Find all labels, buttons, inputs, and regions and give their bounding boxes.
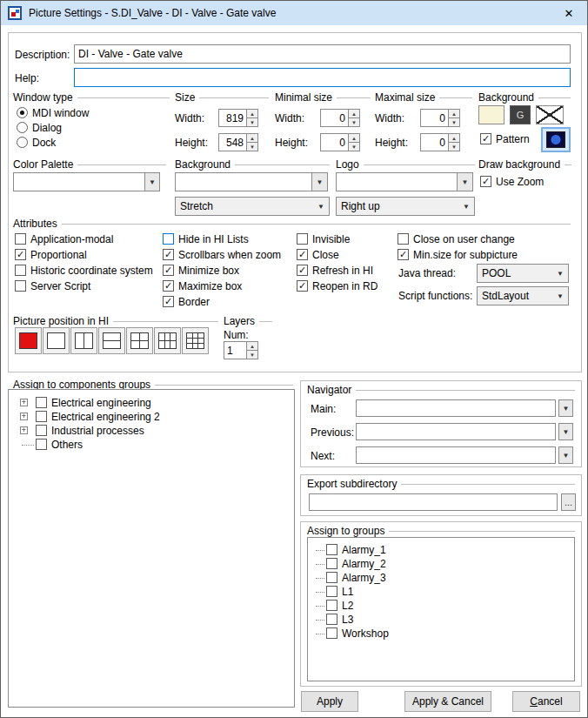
maxsize-height-input[interactable] bbox=[420, 133, 448, 151]
use-zoom-checkbox[interactable]: ✓ bbox=[480, 176, 491, 187]
background-image-dropdown-button[interactable]: ▼ bbox=[311, 172, 328, 191]
script-functions-combo[interactable]: StdLayout ▼ bbox=[477, 286, 569, 305]
use-zoom-label: Use Zoom bbox=[496, 176, 544, 188]
size-width-input[interactable] bbox=[218, 109, 246, 127]
spin-down-icon[interactable]: ▼ bbox=[348, 143, 360, 151]
apply-button[interactable]: Apply bbox=[301, 691, 358, 712]
logo-dropdown-button[interactable]: ▼ bbox=[457, 172, 473, 191]
tree-item-checkbox[interactable] bbox=[36, 425, 47, 436]
logo-input[interactable] bbox=[336, 172, 458, 191]
position-button-horizontal-halves[interactable] bbox=[98, 327, 125, 354]
group-checkbox[interactable] bbox=[326, 614, 337, 625]
background-color-swatch[interactable] bbox=[478, 105, 504, 124]
position-button-vertical-halves[interactable] bbox=[70, 327, 97, 354]
proportional-checkbox[interactable]: ✓ bbox=[15, 249, 26, 260]
section-attributes: Attributes bbox=[13, 218, 571, 230]
group-checkbox[interactable] bbox=[326, 586, 337, 597]
maximize-box-checkbox[interactable]: ✓ bbox=[163, 280, 174, 292]
position-full-icon bbox=[47, 332, 65, 349]
layers-num-input[interactable] bbox=[224, 341, 246, 359]
export-subdirectory-input[interactable] bbox=[309, 493, 558, 511]
group-checkbox[interactable] bbox=[326, 627, 337, 639]
spin-up-icon[interactable]: ▲ bbox=[246, 341, 258, 351]
tree-item-checkbox[interactable] bbox=[36, 439, 47, 450]
spin-down-icon[interactable]: ▼ bbox=[448, 118, 460, 127]
minsize-height-input[interactable] bbox=[320, 133, 348, 151]
refresh-in-hi-checkbox[interactable]: ✓ bbox=[297, 265, 308, 276]
navigator-main-dropdown-button[interactable]: ▼ bbox=[558, 399, 573, 417]
server-script-checkbox[interactable] bbox=[15, 280, 26, 292]
export-subdirectory-browse-button[interactable]: ... bbox=[561, 493, 576, 511]
navigator-next-input[interactable] bbox=[356, 446, 556, 464]
border-checkbox[interactable]: ✓ bbox=[163, 296, 174, 307]
pattern-select-button[interactable] bbox=[541, 127, 571, 152]
transparent-color-button[interactable] bbox=[536, 105, 564, 124]
close-checkbox[interactable]: ✓ bbox=[297, 249, 308, 260]
java-thread-combo[interactable]: POOL ▼ bbox=[477, 264, 569, 283]
position-button-grid-3x3[interactable] bbox=[182, 327, 209, 354]
close-icon[interactable]: ✕ bbox=[551, 1, 587, 25]
minsize-width-input[interactable] bbox=[320, 109, 348, 127]
navigator-next-dropdown-button[interactable]: ▼ bbox=[558, 446, 573, 464]
navigator-previous-dropdown-button[interactable]: ▼ bbox=[558, 423, 573, 440]
group-checkbox[interactable] bbox=[326, 544, 337, 555]
proportional-label: Proportional bbox=[30, 249, 87, 261]
min-size-subpicture-checkbox[interactable]: ✓ bbox=[398, 249, 409, 260]
scrollbars-when-zoom-checkbox[interactable]: ✓ bbox=[163, 249, 174, 260]
close-on-user-change-label: Close on user change bbox=[413, 233, 515, 245]
background-stretch-combo[interactable]: Stretch ▼ bbox=[175, 197, 330, 216]
radio-mdi-window[interactable] bbox=[17, 107, 28, 118]
expand-icon[interactable]: + bbox=[20, 399, 28, 406]
size-height-input[interactable] bbox=[218, 133, 246, 151]
tree-item-checkbox[interactable] bbox=[36, 411, 47, 422]
historic-coordinate-checkbox[interactable] bbox=[15, 265, 26, 276]
logo-position-combo[interactable]: Right up ▼ bbox=[336, 197, 475, 216]
invisible-checkbox[interactable] bbox=[297, 233, 308, 245]
description-label: Description: bbox=[15, 49, 70, 61]
spin-up-icon[interactable]: ▲ bbox=[348, 109, 360, 118]
hide-in-hi-lists-checkbox[interactable] bbox=[163, 233, 174, 245]
spin-down-icon[interactable]: ▼ bbox=[246, 351, 258, 359]
expand-icon[interactable]: + bbox=[20, 413, 28, 420]
help-input[interactable] bbox=[74, 68, 571, 87]
spin-down-icon[interactable]: ▼ bbox=[246, 118, 258, 127]
group-checkbox[interactable] bbox=[326, 572, 337, 583]
window-title: Picture Settings - S.DI_Valve - DI - Val… bbox=[29, 7, 276, 19]
position-button-grid-2x3[interactable] bbox=[154, 327, 181, 354]
navigator-main-input[interactable] bbox=[356, 399, 556, 417]
maxsize-width-input[interactable] bbox=[420, 109, 448, 127]
spin-up-icon[interactable]: ▲ bbox=[448, 109, 460, 118]
group-checkbox[interactable] bbox=[326, 558, 337, 569]
position-button-current[interactable] bbox=[15, 327, 42, 354]
minimize-box-checkbox[interactable]: ✓ bbox=[163, 265, 174, 276]
pattern-preview-icon bbox=[546, 131, 565, 148]
navigator-previous-input[interactable] bbox=[356, 423, 556, 440]
position-button-grid-2x2[interactable] bbox=[126, 327, 153, 354]
color-palette-input[interactable] bbox=[13, 172, 145, 191]
section-assign-groups: Assign to groups bbox=[307, 525, 575, 537]
expand-icon[interactable]: + bbox=[20, 426, 28, 434]
application-modal-checkbox[interactable] bbox=[15, 233, 26, 245]
color-palette-dropdown-button[interactable]: ▼ bbox=[144, 172, 160, 191]
spin-up-icon[interactable]: ▲ bbox=[246, 109, 258, 118]
apply-and-cancel-button[interactable]: Apply & Cancel bbox=[404, 691, 491, 712]
spin-down-icon[interactable]: ▼ bbox=[246, 143, 258, 151]
spin-up-icon[interactable]: ▲ bbox=[246, 133, 258, 143]
cancel-button[interactable]: Cancel bbox=[512, 691, 580, 712]
position-button-full[interactable] bbox=[43, 327, 70, 354]
description-input[interactable] bbox=[74, 44, 571, 64]
group-label: L3 bbox=[342, 614, 353, 626]
radio-dock[interactable] bbox=[17, 137, 28, 148]
spin-up-icon[interactable]: ▲ bbox=[448, 133, 460, 143]
tree-item-checkbox[interactable] bbox=[36, 397, 47, 408]
group-checkbox[interactable] bbox=[326, 600, 337, 611]
spin-up-icon[interactable]: ▲ bbox=[348, 133, 360, 143]
close-on-user-change-checkbox[interactable] bbox=[398, 233, 409, 245]
spin-down-icon[interactable]: ▼ bbox=[448, 143, 460, 151]
spin-down-icon[interactable]: ▼ bbox=[348, 118, 360, 127]
pattern-checkbox[interactable]: ✓ bbox=[480, 133, 491, 144]
gradient-color-button[interactable]: G bbox=[510, 105, 531, 124]
background-image-input[interactable] bbox=[175, 172, 312, 191]
radio-dialog[interactable] bbox=[17, 122, 28, 133]
reopen-in-rd-checkbox[interactable]: ✓ bbox=[297, 280, 308, 292]
